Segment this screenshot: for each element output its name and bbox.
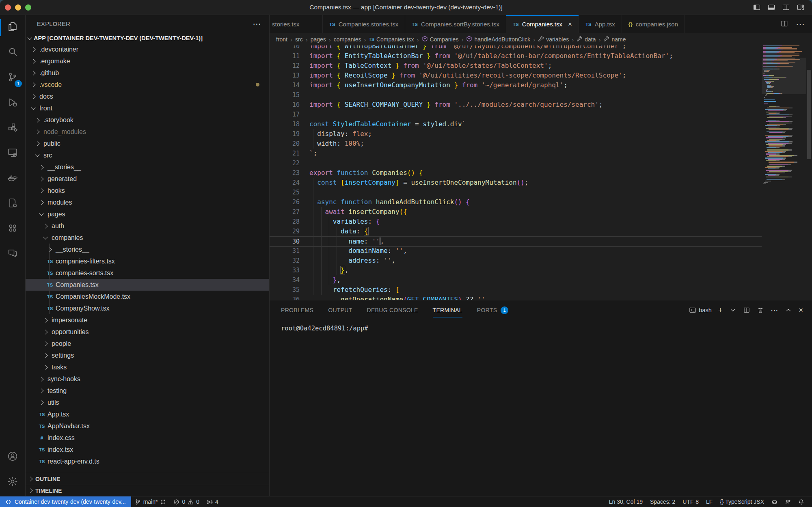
tree-item-opportunities[interactable]: opportunities xyxy=(26,326,269,338)
activity-item-files[interactable] xyxy=(0,15,25,40)
tree-item-companiesmockmode-tsx[interactable]: TSCompaniesMockMode.tsx xyxy=(26,291,269,302)
toggle-panel-icon[interactable] xyxy=(767,3,775,11)
chevron-up-icon[interactable] xyxy=(785,306,792,314)
close-tab-icon[interactable]: × xyxy=(568,20,572,28)
code-editor[interactable]: 10import { WithTopBarContainer } from '@… xyxy=(270,45,812,300)
ellipsis-icon[interactable]: ⋯ xyxy=(796,19,805,30)
tree-item--stories-[interactable]: __stories__ xyxy=(26,161,269,173)
editor-scrollbar[interactable] xyxy=(806,45,812,300)
tree-item-pages[interactable]: pages xyxy=(26,208,269,220)
tree-item-auth[interactable]: auth xyxy=(26,220,269,232)
activity-item-extensions[interactable] xyxy=(0,116,25,141)
scrollbar-slider[interactable] xyxy=(807,70,811,159)
minimap-slider[interactable] xyxy=(762,58,806,94)
status-language-mode[interactable]: {} TypeScript JSX xyxy=(716,496,768,507)
tree-item-testing[interactable]: testing xyxy=(26,385,269,397)
activity-item-apps-grid[interactable] xyxy=(0,216,25,242)
breadcrumb-item-data[interactable]: data xyxy=(577,36,596,43)
views-more-actions-icon[interactable]: ⋯ xyxy=(253,19,261,29)
ellipsis-icon[interactable]: ⋯ xyxy=(771,306,778,315)
close-icon[interactable]: × xyxy=(799,306,803,315)
tree-item-index-tsx[interactable]: TSindex.tsx xyxy=(26,444,269,455)
tree-item-settings[interactable]: settings xyxy=(26,350,269,361)
activity-item-search[interactable] xyxy=(0,40,25,65)
tree-item--storybook[interactable]: .storybook xyxy=(26,114,269,126)
status-problems[interactable]: 00 xyxy=(170,496,203,507)
panel-tab-debug-console[interactable]: DEBUG CONSOLE xyxy=(367,300,418,320)
status-copilot[interactable] xyxy=(768,496,781,507)
activity-item-remote-explorer[interactable] xyxy=(0,141,25,166)
status-remote-indicator[interactable]: Container dev-twenty-dev (dev-twenty-dev… xyxy=(0,496,131,507)
split-editor-icon[interactable] xyxy=(780,19,788,29)
status-indentation[interactable]: Spaces: 2 xyxy=(646,496,679,507)
activity-item-docker[interactable] xyxy=(0,166,25,191)
status-eol[interactable]: LF xyxy=(702,496,716,507)
tree-item-companyshow-tsx[interactable]: TSCompanyShow.tsx xyxy=(26,302,269,314)
breadcrumb-item-name[interactable]: name xyxy=(603,36,626,43)
timeline-section-header[interactable]: TIMELINE xyxy=(26,485,269,496)
tree-item-hooks[interactable]: hooks xyxy=(26,185,269,196)
breadcrumb-item-pages[interactable]: pages xyxy=(311,36,326,43)
tab-stories-tsx[interactable]: stories.tsx xyxy=(270,15,323,33)
tree-item-impersonate[interactable]: impersonate xyxy=(26,314,269,326)
tree-item-people[interactable]: people xyxy=(26,338,269,350)
toggle-primary-sidebar-icon[interactable] xyxy=(753,3,761,11)
tree-item-index-css[interactable]: #index.css xyxy=(26,432,269,444)
tree-item-react-app-env-d-ts[interactable]: TSreact-app-env.d.ts xyxy=(26,455,269,467)
tab-companies-stories-tsx[interactable]: TSCompanies.stories.tsx xyxy=(323,15,405,33)
split-editor-icon[interactable] xyxy=(743,306,750,314)
trash-icon[interactable] xyxy=(757,306,764,314)
tree-item-public[interactable]: public xyxy=(26,138,269,149)
status-ports-forwarded[interactable]: 4 xyxy=(203,496,222,507)
status-notifications[interactable] xyxy=(795,496,808,507)
tree-item--github[interactable]: .github xyxy=(26,67,269,79)
customize-layout-icon[interactable] xyxy=(797,3,805,11)
status-git-branch[interactable]: main* xyxy=(131,496,170,507)
tree-item-utils[interactable]: utils xyxy=(26,397,269,408)
tree-item-modules[interactable]: modules xyxy=(26,196,269,208)
tree-item-docs[interactable]: docs xyxy=(26,91,269,102)
tree-item-generated[interactable]: generated xyxy=(26,173,269,185)
breadcrumb-item-handleaddbuttonclick[interactable]: handleAddButtonClick xyxy=(466,36,530,43)
activity-item-source-control[interactable]: 1 xyxy=(0,65,25,91)
tree-item-companies-sorts-tsx[interactable]: TScompanies-sorts.tsx xyxy=(26,267,269,279)
panel-tab-ports[interactable]: PORTS1 xyxy=(477,300,508,320)
tree-item--devcontainer[interactable]: .devcontainer xyxy=(26,43,269,55)
breadcrumb-item-src[interactable]: src xyxy=(295,36,303,43)
tree-item--stories-[interactable]: __stories__ xyxy=(26,244,269,255)
tree-item-front[interactable]: front xyxy=(26,102,269,114)
terminal-output[interactable]: root@0a42ecd84891:/app# xyxy=(270,320,812,496)
terminal-icon[interactable]: bash xyxy=(689,306,711,314)
chevron-down-icon[interactable] xyxy=(729,306,736,314)
activity-item-account[interactable] xyxy=(0,444,25,470)
tree-item-companies-tsx[interactable]: TSCompanies.tsx xyxy=(26,279,269,291)
activity-item-containers[interactable] xyxy=(0,191,25,216)
activity-item-run-debug[interactable] xyxy=(0,91,25,116)
workspace-section-header[interactable]: APP [CONTAINER DEV-TWENTY-DEV (DEV-TWENT… xyxy=(26,33,269,43)
tab-companies-tsx[interactable]: TSCompanies.tsx× xyxy=(506,15,579,33)
plus-icon[interactable]: + xyxy=(718,306,723,315)
breadcrumb-item-companies[interactable]: companies xyxy=(334,36,361,43)
status-feedback[interactable] xyxy=(781,496,795,507)
tree-item--ergomake[interactable]: .ergomake xyxy=(26,55,269,67)
tree-item-appnavbar-tsx[interactable]: TSAppNavbar.tsx xyxy=(26,420,269,432)
breadcrumb-item-companies-tsx[interactable]: TSCompanies.tsx xyxy=(369,36,414,43)
panel-tab-output[interactable]: OUTPUT xyxy=(328,300,352,320)
panel-tab-problems[interactable]: PROBLEMS xyxy=(281,300,313,320)
tree-item-app-tsx[interactable]: TSApp.tsx xyxy=(26,408,269,420)
tree-item-companies[interactable]: companies xyxy=(26,232,269,244)
breadcrumb-item-front[interactable]: front xyxy=(276,36,287,43)
breadcrumb-item-companies[interactable]: Companies xyxy=(422,36,459,43)
toggle-secondary-sidebar-icon[interactable] xyxy=(782,3,790,11)
status-encoding[interactable]: UTF-8 xyxy=(679,496,702,507)
tree-item-node-modules[interactable]: node_modules xyxy=(26,126,269,138)
activity-item-settings-gear[interactable] xyxy=(0,470,25,495)
tab-companies-json[interactable]: {}companies.json xyxy=(622,15,685,33)
tree-item-companies-filters-tsx[interactable]: TScompanies-filters.tsx xyxy=(26,255,269,267)
tree-item-sync-hooks[interactable]: sync-hooks xyxy=(26,373,269,385)
outline-section-header[interactable]: OUTLINE xyxy=(26,473,269,485)
panel-tab-terminal[interactable]: TERMINAL xyxy=(433,300,462,320)
tree-item-tasks[interactable]: tasks xyxy=(26,361,269,373)
minimap[interactable] xyxy=(762,45,806,300)
status-cursor-position[interactable]: Ln 30, Col 19 xyxy=(605,496,646,507)
